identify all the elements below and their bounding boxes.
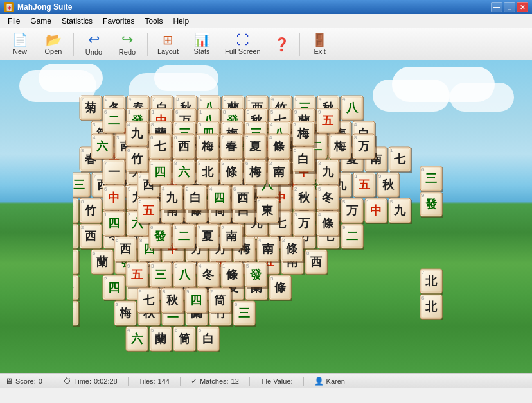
cloud-7	[450, 83, 514, 112]
separator-1	[73, 33, 74, 56]
user-label: Karen	[326, 377, 345, 385]
open-icon: 📂	[46, 33, 62, 46]
score-label: Score:	[15, 377, 36, 385]
stats-icon: 📊	[194, 33, 210, 46]
close-button[interactable]: ✕	[517, 2, 528, 12]
score-icon: 🖥	[5, 377, 13, 386]
score-item: 🖥 Score: 0	[5, 377, 42, 386]
tile-canvas[interactable]	[73, 64, 459, 365]
stats-button[interactable]: 📊 Stats	[186, 30, 218, 58]
maximize-button[interactable]: □	[504, 2, 515, 12]
menu-game[interactable]: Game	[25, 15, 57, 27]
status-sep-5	[303, 377, 304, 386]
status-bar: 🖥 Score: 0 ⏱ Time: 0:02:28 Tiles: 144 ✓ …	[0, 373, 532, 388]
menu-bar: File Game Statistics Favorites Tools Hel…	[0, 14, 532, 28]
time-item: ⏱ Time: 0:02:28	[64, 377, 118, 386]
redo-icon: ↪	[121, 33, 133, 47]
undo-icon: ↩	[88, 33, 100, 47]
new-label: New	[13, 47, 27, 55]
layout-label: Layout	[157, 47, 179, 55]
app-icon: 🀄	[4, 2, 14, 12]
tiles-item: Tiles: 144	[139, 377, 170, 385]
exit-button[interactable]: 🚪 Exit	[304, 30, 336, 58]
matches-value: 12	[231, 377, 239, 385]
open-label: Open	[45, 47, 62, 55]
mahjong-board	[73, 64, 459, 365]
menu-favorites[interactable]: Favorites	[98, 15, 139, 27]
menu-file[interactable]: File	[3, 15, 25, 27]
stats-label: Stats	[193, 47, 209, 55]
undo-label: Undo	[85, 48, 102, 56]
matches-icon: ✓	[191, 377, 197, 386]
layout-button[interactable]: ⊞ Layout	[152, 30, 184, 58]
title-bar: 🀄 MahJong Suite — □ ✕	[0, 0, 532, 14]
tiles-label: Tiles:	[139, 377, 155, 385]
matches-label: Matches:	[200, 377, 229, 385]
user-icon: 👤	[314, 377, 324, 386]
redo-button[interactable]: ↪ Redo	[111, 30, 143, 58]
separator-2	[147, 33, 148, 56]
separator-3	[299, 33, 300, 56]
status-sep-2	[128, 377, 129, 386]
open-button[interactable]: 📂 Open	[37, 30, 69, 58]
help-button[interactable]: ❓	[268, 30, 296, 58]
time-icon: ⏱	[64, 377, 71, 386]
new-icon: 📄	[12, 33, 28, 46]
status-sep-4	[249, 377, 250, 386]
fullscreen-label: Full Screen	[225, 47, 261, 55]
redo-label: Redo	[119, 48, 136, 56]
fullscreen-icon: ⛶	[236, 33, 249, 46]
menu-tools[interactable]: Tools	[139, 15, 168, 27]
time-label: Time:	[74, 377, 91, 385]
tiles-value: 144	[158, 377, 170, 385]
game-area	[0, 60, 532, 373]
time-value: 0:02:28	[94, 377, 118, 385]
status-sep-1	[53, 377, 53, 386]
undo-button[interactable]: ↩ Undo	[78, 30, 110, 58]
exit-label: Exit	[314, 47, 326, 55]
minimize-button[interactable]: —	[491, 2, 502, 12]
window-title: MahJong Suite	[17, 3, 72, 12]
fullscreen-button[interactable]: ⛶ Full Screen	[219, 30, 267, 58]
title-controls: — □ ✕	[491, 2, 528, 12]
user-item: 👤 Karen	[314, 377, 345, 386]
matches-item: ✓ Matches: 12	[191, 377, 239, 386]
tilevalue-item: Tile Value:	[260, 377, 293, 385]
new-button[interactable]: 📄 New	[4, 30, 36, 58]
toolbar: 📄 New 📂 Open ↩ Undo ↪ Redo ⊞ Layout 📊 St…	[0, 28, 532, 60]
score-value: 0	[39, 377, 42, 385]
status-sep-3	[180, 377, 181, 386]
menu-statistics[interactable]: Statistics	[57, 15, 98, 27]
menu-help[interactable]: Help	[168, 15, 194, 27]
exit-icon: 🚪	[312, 33, 328, 46]
tilevalue-label: Tile Value:	[260, 377, 293, 385]
layout-icon: ⊞	[163, 33, 173, 46]
help-icon: ❓	[274, 38, 290, 51]
